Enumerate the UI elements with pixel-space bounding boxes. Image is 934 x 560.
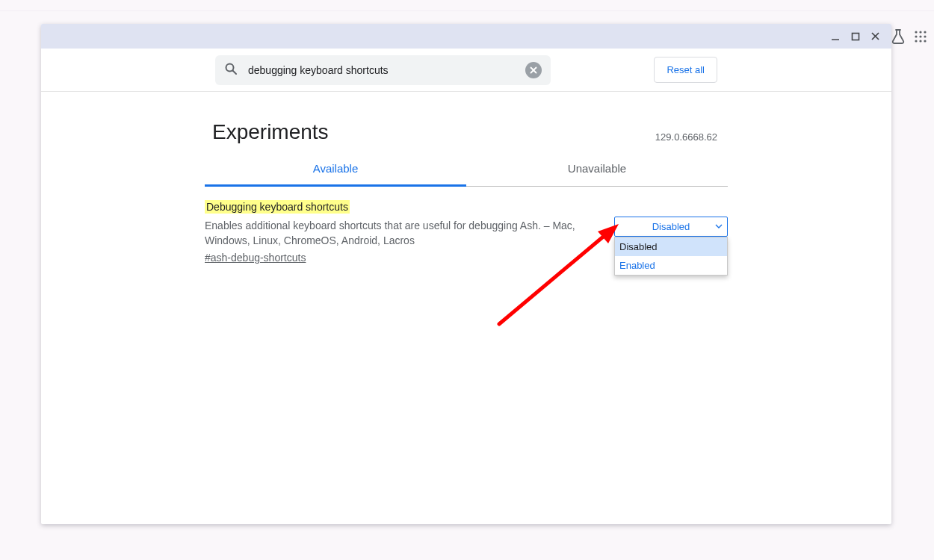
search-field[interactable] (215, 55, 551, 85)
search-icon (224, 62, 238, 78)
toolbar: Reset all (41, 49, 891, 92)
window-titlebar (41, 24, 891, 49)
svg-point-4 (919, 35, 921, 37)
version-label: 129.0.6668.62 (655, 131, 728, 144)
svg-line-14 (233, 70, 237, 74)
reset-all-button[interactable]: Reset all (654, 57, 717, 83)
maximize-button[interactable] (845, 26, 865, 46)
svg-point-2 (924, 31, 926, 33)
flags-window: Reset all Experiments 129.0.6668.62 Avai… (41, 24, 891, 524)
option-enabled[interactable]: Enabled (615, 256, 727, 275)
flag-title: Debugging keyboard shortcuts (205, 200, 350, 214)
flag-hash-link[interactable]: #ash-debug-shortcuts (205, 252, 306, 264)
browser-shelf-strip (0, 0, 934, 11)
flask-icon[interactable] (891, 28, 906, 45)
svg-point-8 (924, 40, 926, 42)
svg-rect-10 (852, 33, 859, 40)
svg-point-3 (915, 35, 917, 37)
clear-search-icon[interactable] (525, 62, 542, 78)
svg-point-5 (924, 35, 926, 37)
select-current-value: Disabled (652, 221, 690, 232)
flag-description: Enables additional keyboard shortcuts th… (205, 218, 599, 249)
flag-entry: Debugging keyboard shortcuts Enables add… (205, 187, 728, 276)
minimize-button[interactable] (825, 26, 845, 46)
svg-point-1 (919, 31, 921, 33)
svg-point-7 (919, 40, 921, 42)
page-title: Experiments (205, 120, 329, 144)
tab-available[interactable]: Available (205, 150, 466, 186)
flag-state-select[interactable]: Disabled (614, 217, 728, 237)
tab-bar: Available Unavailable (205, 150, 728, 187)
close-button[interactable] (865, 26, 885, 46)
svg-point-6 (915, 40, 917, 42)
search-input[interactable] (238, 63, 525, 77)
svg-point-0 (915, 31, 917, 33)
tab-unavailable[interactable]: Unavailable (466, 150, 728, 186)
grid-menu-icon[interactable] (915, 31, 927, 43)
flag-state-dropdown: Disabled Enabled (614, 237, 728, 276)
option-disabled[interactable]: Disabled (615, 237, 727, 256)
